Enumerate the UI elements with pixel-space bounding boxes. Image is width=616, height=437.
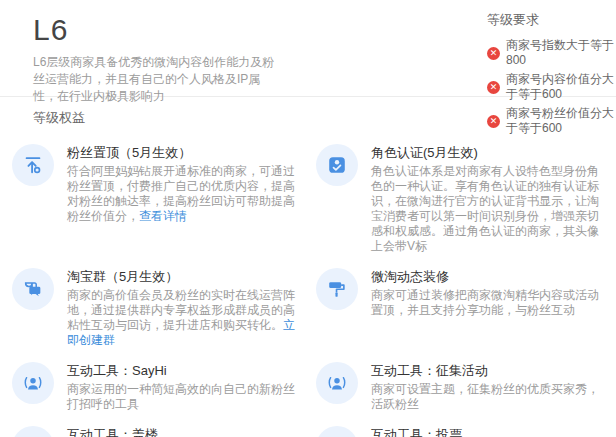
benefit-title: 微淘动态装修 bbox=[371, 269, 602, 285]
requirement-text: 商家号指数大于等于800 bbox=[506, 38, 616, 68]
requirement-row: ✕ 商家号粉丝价值分大于等于600 bbox=[487, 106, 616, 136]
benefit-item-taobao-group: 淘宝群（5月生效） 商家的高价值会员及粉丝的实时在线运营阵地，通过提供群内专享权… bbox=[12, 268, 308, 348]
benefit-title: 互动工具：盖楼 bbox=[67, 427, 298, 437]
x-circle-icon: ✕ bbox=[487, 115, 500, 128]
benefit-title: 互动工具：投票 bbox=[371, 427, 602, 437]
benefit-item-vote: 互动工具：投票 投票是一种内容互动工具，发布一个投票后就可以在微淘内容下进行展示… bbox=[316, 426, 612, 437]
benefit-title: 角色认证(5月生效) bbox=[371, 145, 602, 161]
benefit-item-decoration: 微淘动态装修 商家可通过装修把商家微淘精华内容或活动置顶，并且支持分享功能，与粉… bbox=[316, 268, 612, 348]
benefit-item-gailou: 互动工具：盖楼 盖楼是一种互动工具，发布一个盖楼后用户就可以在微淘内容下进行盖楼… bbox=[12, 426, 308, 437]
level-description: L6层级商家具备优秀的微淘内容创作能力及粉丝运营能力，并且有自己的个人风格及IP… bbox=[33, 54, 283, 105]
benefit-description: 商家可通过装修把商家微淘精华内容或活动置顶，并且支持分享功能，与粉丝互动 bbox=[371, 288, 602, 318]
benefit-title: 淘宝群（5月生效） bbox=[67, 269, 298, 285]
requirement-text: 商家号粉丝价值分大于等于600 bbox=[506, 106, 616, 136]
benefit-description: 商家运用的一种简短高效的向自己的新粉丝打招呼的工具 bbox=[67, 382, 298, 412]
person-broadcast-icon bbox=[12, 362, 54, 404]
benefit-item-sayhi: 互动工具：SayHi 商家运用的一种简短高效的向自己的新粉丝打招呼的工具 bbox=[12, 362, 308, 412]
x-circle-icon: ✕ bbox=[487, 81, 500, 94]
page-title: L6 bbox=[33, 13, 283, 47]
badge-check-icon bbox=[316, 144, 358, 186]
requirements-title: 等级要求 bbox=[487, 11, 616, 29]
benefit-item-collection: 互动工具：征集活动 商家可设置主题，征集粉丝的优质买家秀，活跃粉丝 bbox=[316, 362, 612, 412]
person-broadcast-icon bbox=[12, 426, 54, 437]
benefit-description: 商家可设置主题，征集粉丝的优质买家秀，活跃粉丝 bbox=[371, 382, 602, 412]
benefit-description: 角色认证体系是对商家有人设特色型身份角色的一种认证。享有角色认证的独有认证标识，… bbox=[371, 164, 602, 254]
page-header: L6 L6层级商家具备优秀的微淘内容创作能力及粉丝运营能力，并且有自己的个人风格… bbox=[0, 0, 616, 97]
level-requirements: 等级要求 ✕ 商家号指数大于等于800 ✕ 商家号内容价值分大于等于600 ✕ … bbox=[487, 11, 616, 140]
x-circle-icon: ✕ bbox=[487, 47, 500, 60]
benefit-item-fans-pin: 粉丝置顶（5月生效） 符合阿里妈妈钻展开通标准的商家，可通过粉丝置顶，付费推广自… bbox=[12, 144, 308, 254]
level-benefits-page: L6 L6层级商家具备优秀的微淘内容创作能力及粉丝运营能力，并且有自己的个人风格… bbox=[0, 0, 616, 437]
benefit-item-role-certification: 角色认证(5月生效) 角色认证体系是对商家有人设特色型身份角色的一种认证。享有角… bbox=[316, 144, 612, 254]
chat-bubbles-icon bbox=[12, 268, 54, 310]
benefit-description: 符合阿里妈妈钻展开通标准的商家，可通过粉丝置顶，付费推广自己的优质内容，提高对粉… bbox=[67, 164, 298, 224]
benefit-title: 粉丝置顶（5月生效） bbox=[67, 145, 298, 161]
level-summary: L6 L6层级商家具备优秀的微淘内容创作能力及粉丝运营能力，并且有自己的个人风格… bbox=[33, 13, 283, 105]
benefits-grid: 粉丝置顶（5月生效） 符合阿里妈妈钻展开通标准的商家，可通过粉丝置顶，付费推广自… bbox=[0, 144, 616, 437]
requirement-row: ✕ 商家号内容价值分大于等于600 bbox=[487, 72, 616, 102]
benefit-title: 互动工具：征集活动 bbox=[371, 363, 602, 379]
benefit-description: 商家的高价值会员及粉丝的实时在线运营阵地，通过提供群内专享权益形成群成员的高粘性… bbox=[67, 288, 298, 348]
requirement-text: 商家号内容价值分大于等于600 bbox=[506, 72, 616, 102]
person-broadcast-icon bbox=[316, 362, 358, 404]
paint-roller-icon bbox=[316, 268, 358, 310]
pin-top-icon bbox=[12, 144, 54, 186]
requirement-row: ✕ 商家号指数大于等于800 bbox=[487, 38, 616, 68]
view-details-link[interactable]: 查看详情 bbox=[139, 209, 187, 223]
benefit-title: 互动工具：SayHi bbox=[67, 363, 298, 379]
person-broadcast-icon bbox=[316, 426, 358, 437]
